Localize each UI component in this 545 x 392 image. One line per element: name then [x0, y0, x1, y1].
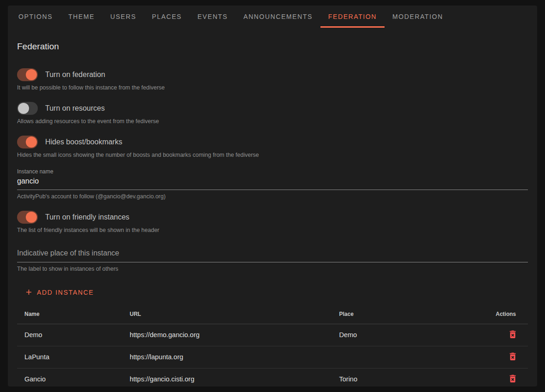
tab-places[interactable]: Places: [144, 6, 190, 28]
admin-tabs: Options Theme Users Places Events Announ…: [8, 6, 537, 28]
federation-toggle-label: Turn on federation: [45, 71, 105, 79]
add-instance-button[interactable]: Add Instance: [21, 285, 98, 299]
tab-events[interactable]: Events: [190, 6, 236, 28]
toggle-thumb: [18, 103, 29, 114]
federation-settings: Federation Turn on federation It will be…: [8, 28, 537, 392]
instance-place-cell: Torino: [332, 368, 477, 390]
instance-name-cell: Demo: [17, 324, 122, 346]
plus-icon: [24, 288, 33, 297]
add-instance-label: Add Instance: [37, 289, 94, 296]
instance-place-field-wrapper: The label to show in instances of others: [17, 249, 528, 272]
instance-place-cell: [332, 346, 477, 368]
boost-toggle-row: Hides boost/bookmarks: [17, 136, 528, 148]
column-header-actions: Actions: [477, 305, 528, 324]
tab-federation[interactable]: Federation: [320, 6, 385, 28]
federation-toggle[interactable]: [17, 68, 38, 81]
instance-url-cell: https://lapunta.org: [122, 346, 332, 368]
tab-users[interactable]: Users: [102, 6, 144, 28]
admin-panel-card: Options Theme Users Places Events Announ…: [8, 6, 537, 386]
instance-place-hint: The label to show in instances of others: [17, 266, 528, 272]
table-header-row: Name URL Place Actions: [17, 305, 528, 324]
instance-name-input[interactable]: [17, 175, 528, 190]
instance-place-cell: Demo: [332, 324, 477, 346]
toggle-thumb: [26, 212, 37, 223]
instance-name-hint: ActivityPub's account to follow (@gancio…: [17, 193, 528, 200]
hide-boost-toggle[interactable]: [17, 136, 38, 148]
column-header-place: Place: [332, 305, 477, 324]
instance-place-input[interactable]: [17, 249, 528, 262]
column-header-name: Name: [17, 305, 122, 324]
table-row: Demo https://demo.gancio.org Demo: [17, 324, 528, 346]
column-header-url: URL: [122, 305, 332, 324]
delete-instance-button[interactable]: [507, 373, 519, 386]
instance-url-cell: https://demo.gancio.org: [122, 324, 332, 346]
resources-toggle-label: Turn on resources: [45, 104, 105, 113]
page-title: Federation: [17, 28, 528, 52]
hide-boost-toggle-label: Hides boost/bookmarks: [45, 138, 122, 146]
friendly-toggle-label: Turn on friendly instances: [45, 213, 130, 221]
table-row: LaPunta https://lapunta.org: [17, 346, 528, 368]
tab-moderation[interactable]: Moderation: [385, 6, 451, 28]
delete-instance-button[interactable]: [507, 328, 519, 342]
resources-toggle[interactable]: [17, 102, 38, 115]
delete-forever-icon: [508, 351, 518, 362]
instance-name-field-wrapper: Instance name ActivityPub's account to f…: [17, 168, 528, 200]
toggle-thumb: [26, 69, 37, 80]
federation-toggle-row: Turn on federation: [17, 68, 528, 81]
federation-toggle-hint: It will be possible to follow this insta…: [17, 84, 528, 91]
delete-forever-icon: [508, 329, 518, 339]
friendly-instances-toggle[interactable]: [17, 211, 38, 224]
delete-instance-button[interactable]: [507, 350, 519, 364]
tab-announcements[interactable]: Announcements: [236, 6, 320, 28]
resources-toggle-hint: Allows adding resources to the event fro…: [17, 118, 528, 125]
instance-name-cell: LaPunta: [17, 346, 122, 368]
friendly-toggle-hint: The list of friendly instances will be s…: [17, 227, 528, 233]
tab-theme[interactable]: Theme: [60, 6, 102, 28]
boost-toggle-hint: Hides the small icons showing the number…: [17, 152, 528, 158]
table-row: Gancio https://gancio.cisti.org Torino: [17, 368, 528, 390]
instance-name-cell: Gancio: [17, 368, 122, 390]
toggle-thumb: [26, 137, 37, 148]
instance-name-label: Instance name: [17, 168, 528, 175]
delete-forever-icon: [508, 374, 518, 384]
friendly-instances-table: Name URL Place Actions Demo https://demo…: [17, 305, 528, 390]
instance-url-cell: https://gancio.cisti.org: [122, 368, 332, 390]
resources-toggle-row: Turn on resources: [17, 102, 528, 115]
tab-options[interactable]: Options: [11, 6, 60, 28]
friendly-toggle-row: Turn on friendly instances: [17, 211, 528, 224]
